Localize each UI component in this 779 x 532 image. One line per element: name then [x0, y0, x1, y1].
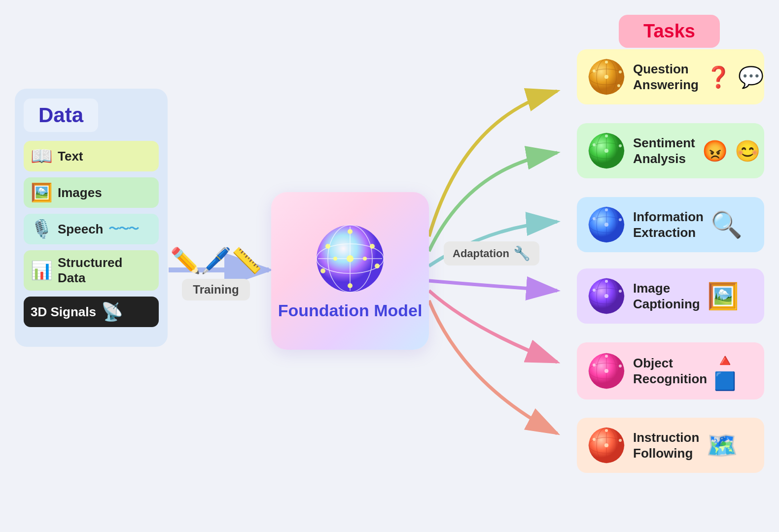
svg-point-52 — [593, 289, 596, 292]
adaptation-wrench-icon: 🔧 — [513, 245, 531, 262]
instruction-label: InstructionFollowing — [633, 430, 699, 462]
text-icon: 📖 — [31, 146, 53, 166]
data-panel-title: Data — [24, 99, 98, 132]
instruction-map-icon: 🗺️ — [706, 431, 738, 461]
svg-point-60 — [593, 364, 596, 366]
svg-point-16 — [320, 268, 325, 273]
image-cap-photo-icon: 🖼️ — [707, 281, 739, 311]
svg-point-34 — [605, 134, 608, 137]
svg-point-35 — [619, 144, 622, 147]
svg-point-59 — [619, 365, 622, 367]
info-globe-icon — [587, 205, 626, 244]
svg-point-69 — [604, 443, 608, 447]
image-cap-label: ImageCaptioning — [633, 280, 700, 312]
svg-point-28 — [593, 69, 596, 72]
svg-point-45 — [604, 223, 608, 227]
svg-point-67 — [619, 439, 622, 442]
data-item-speech: 🎙️ Speech 〜〜〜 — [24, 214, 159, 244]
qa-chat-icon: 💬 — [738, 65, 764, 89]
svg-point-12 — [348, 229, 353, 234]
structured-icon: 📊 — [31, 260, 53, 281]
data-item-signals: 3D Signals 📡 — [24, 297, 159, 327]
speech-wave-icon: 〜〜〜 — [108, 222, 138, 236]
svg-point-19 — [363, 257, 367, 261]
task-card-qa: QuestionAnswering ❓ 💬 — [577, 49, 764, 104]
foundation-model-box: Foundation Model — [271, 192, 429, 350]
tasks-title: Tasks — [643, 21, 695, 41]
svg-point-13 — [370, 244, 375, 249]
structured-label: Structured Data — [58, 255, 152, 286]
data-item-structured: 📊 Structured Data — [24, 250, 159, 291]
svg-point-37 — [604, 149, 608, 153]
object-rec-label: ObjectRecognition — [633, 355, 707, 387]
foundation-globe-icon — [313, 222, 387, 296]
images-label: Images — [58, 185, 102, 200]
svg-point-68 — [593, 438, 596, 441]
signals-label: 3D Signals — [31, 304, 96, 320]
training-box: ✏️🖊️📏 Training — [170, 246, 262, 300]
speech-label: Speech — [58, 222, 104, 237]
qa-label: QuestionAnswering — [633, 61, 699, 93]
speech-icon: 🎙️ — [31, 219, 53, 239]
data-item-text: 📖 Text — [24, 141, 159, 171]
task-card-info-extract: InformationExtraction 🔍 — [577, 197, 764, 252]
data-item-images: 🖼️ Images — [24, 177, 159, 208]
svg-point-51 — [619, 290, 622, 293]
object-rec-globe-icon — [587, 351, 626, 391]
sentiment-label: SentimentAnalysis — [633, 135, 695, 167]
svg-point-29 — [604, 75, 608, 79]
text-label: Text — [58, 149, 83, 164]
svg-point-44 — [593, 217, 596, 220]
svg-point-14 — [375, 264, 380, 268]
signals-icon: 📡 — [101, 301, 123, 322]
svg-point-61 — [604, 369, 608, 373]
svg-point-27 — [617, 84, 620, 87]
object-rec-shapes-icon: 🔺🟦 — [714, 350, 756, 392]
svg-point-36 — [593, 143, 596, 146]
sentiment-sad-icon: 😡 — [702, 139, 728, 163]
instruction-globe-icon — [587, 426, 626, 465]
svg-point-17 — [348, 283, 353, 288]
svg-point-50 — [605, 280, 608, 283]
svg-point-66 — [605, 429, 608, 432]
svg-point-58 — [605, 355, 608, 358]
sentiment-globe-icon — [587, 131, 626, 170]
data-panel: Data 📖 Text 🖼️ Images 🎙️ Speech 〜〜〜 📊 St… — [15, 89, 168, 347]
adaptation-label: Adaptation — [453, 247, 509, 260]
adaptation-box: Adaptation 🔧 — [444, 241, 539, 266]
svg-point-15 — [325, 244, 330, 249]
qa-globe-icon — [587, 57, 626, 97]
foundation-model-title: Foundation Model — [278, 300, 423, 321]
sentiment-happy-icon: 😊 — [735, 139, 760, 163]
task-card-sentiment: SentimentAnalysis 😡 😊 — [577, 123, 764, 178]
task-card-image-cap: ImageCaptioning 🖼️ — [577, 268, 764, 324]
svg-point-53 — [604, 294, 608, 298]
task-card-object-rec: ObjectRecognition 🔺🟦 — [577, 342, 764, 399]
svg-point-20 — [333, 257, 337, 261]
training-label: Training — [182, 279, 249, 300]
tasks-header: Tasks — [619, 15, 720, 48]
svg-point-25 — [605, 61, 608, 64]
svg-point-42 — [605, 208, 608, 211]
task-card-instruction: InstructionFollowing 🗺️ — [577, 418, 764, 473]
svg-point-43 — [619, 218, 622, 221]
qa-question-icon: ❓ — [706, 65, 731, 89]
info-extract-magnifier-icon: 🔍 — [710, 210, 743, 240]
svg-point-26 — [619, 70, 622, 73]
image-cap-globe-icon — [587, 276, 626, 316]
info-extract-label: InformationExtraction — [633, 209, 704, 241]
svg-point-18 — [347, 255, 354, 262]
images-icon: 🖼️ — [31, 182, 53, 203]
training-pencils-icon: ✏️🖊️📏 — [170, 246, 262, 275]
